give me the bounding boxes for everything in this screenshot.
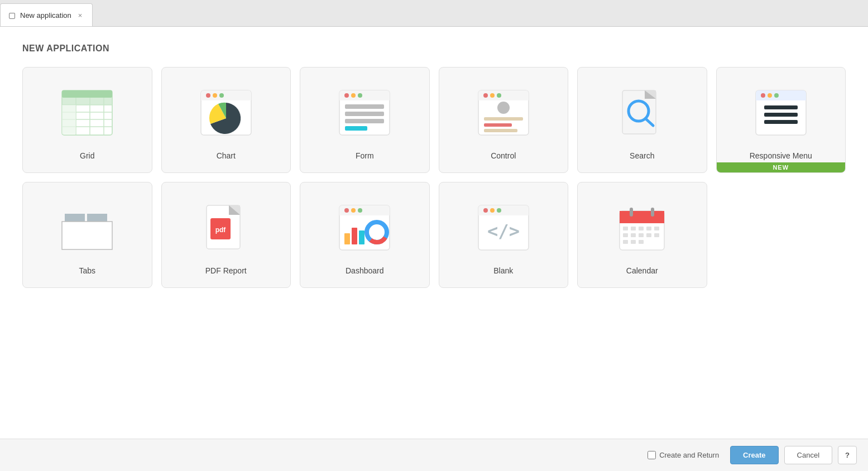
control-icon — [470, 82, 537, 143]
svg-point-80 — [483, 208, 488, 213]
document-icon: ▢ — [8, 11, 16, 20]
svg-rect-86 — [620, 218, 664, 223]
svg-point-28 — [351, 93, 356, 98]
svg-rect-10 — [76, 98, 90, 105]
svg-point-81 — [490, 208, 495, 213]
svg-point-39 — [497, 93, 501, 98]
svg-rect-89 — [623, 227, 628, 230]
svg-point-27 — [344, 93, 349, 98]
responsive-menu-icon — [747, 82, 814, 143]
svg-rect-74 — [359, 230, 365, 244]
svg-rect-32 — [345, 119, 384, 123]
svg-point-82 — [497, 208, 501, 213]
svg-rect-99 — [623, 240, 628, 244]
svg-point-38 — [490, 93, 495, 98]
svg-point-20 — [206, 93, 210, 98]
dashboard-icon — [331, 197, 398, 258]
svg-rect-87 — [630, 208, 633, 217]
app-type-tabs-label: Tabs — [79, 266, 95, 275]
main-content: NEW APPLICATION — [0, 27, 868, 439]
form-icon — [331, 82, 398, 143]
svg-rect-41 — [484, 117, 523, 121]
tabs-icon — [54, 197, 121, 258]
app-type-responsive-menu[interactable]: Responsive Menu NEW — [716, 67, 846, 173]
app-type-grid[interactable]: Grid — [22, 67, 152, 173]
search-icon — [608, 82, 675, 143]
svg-rect-59 — [87, 214, 107, 222]
svg-rect-56 — [764, 113, 798, 117]
app-type-grid-label: Grid — [80, 151, 94, 160]
svg-point-52 — [761, 93, 765, 98]
app-type-form-label: Form — [356, 151, 374, 160]
app-type-search[interactable]: Search — [577, 67, 707, 173]
svg-point-54 — [774, 93, 779, 98]
help-button[interactable]: ? — [838, 446, 857, 464]
cancel-button[interactable]: Cancel — [784, 446, 832, 464]
svg-rect-92 — [646, 227, 651, 230]
svg-text:pdf: pdf — [215, 226, 226, 234]
svg-rect-100 — [631, 240, 636, 244]
app-grid-row2: Tabs pdf PDF Report — [22, 182, 846, 288]
svg-rect-93 — [654, 227, 659, 230]
svg-point-21 — [213, 93, 217, 98]
svg-rect-72 — [344, 233, 350, 244]
svg-point-22 — [219, 93, 224, 98]
svg-rect-16 — [62, 127, 76, 134]
svg-rect-1 — [62, 90, 112, 98]
app-type-control[interactable]: Control — [439, 67, 569, 173]
app-type-dashboard-label: Dashboard — [346, 266, 384, 275]
tab-bar: ▢ New application × — [0, 0, 868, 27]
app-type-calendar-label: Calendar — [626, 266, 658, 275]
svg-point-69 — [344, 208, 349, 213]
svg-point-29 — [358, 93, 362, 98]
svg-rect-11 — [90, 98, 104, 105]
app-type-pdf-report[interactable]: pdf PDF Report — [161, 182, 291, 288]
svg-rect-101 — [639, 240, 644, 244]
app-type-tabs[interactable]: Tabs — [22, 182, 152, 288]
app-type-blank[interactable]: </> Blank — [439, 182, 569, 288]
app-type-calendar[interactable]: Calendar — [577, 182, 707, 288]
svg-rect-9 — [62, 98, 76, 105]
svg-rect-42 — [484, 123, 512, 127]
svg-rect-90 — [631, 227, 636, 230]
svg-rect-14 — [62, 112, 76, 119]
app-type-pdf-report-label: PDF Report — [205, 266, 247, 275]
app-type-dashboard[interactable]: Dashboard — [300, 182, 430, 288]
svg-point-70 — [351, 208, 356, 213]
svg-rect-30 — [345, 104, 384, 109]
app-type-form[interactable]: Form — [300, 67, 430, 173]
svg-rect-12 — [104, 98, 112, 105]
app-type-chart[interactable]: Chart — [161, 67, 291, 173]
svg-rect-95 — [631, 233, 636, 237]
create-and-return-checkbox-label[interactable]: Create and Return — [648, 451, 719, 459]
svg-text:</>: </> — [487, 220, 520, 242]
new-badge: NEW — [717, 162, 846, 172]
svg-rect-97 — [646, 233, 651, 237]
svg-rect-55 — [764, 105, 798, 109]
svg-rect-94 — [623, 233, 628, 237]
svg-rect-73 — [352, 228, 357, 244]
app-type-chart-label: Chart — [217, 151, 236, 160]
chart-icon — [193, 82, 260, 143]
create-button[interactable]: Create — [730, 446, 778, 464]
app-type-blank-label: Blank — [493, 266, 513, 275]
blank-icon: </> — [470, 197, 537, 258]
svg-point-71 — [358, 208, 362, 213]
svg-rect-15 — [62, 119, 76, 127]
svg-point-40 — [497, 102, 510, 114]
new-application-tab[interactable]: ▢ New application × — [0, 3, 93, 26]
bottom-bar: Create and Return Create Cancel ? — [0, 439, 868, 471]
create-and-return-checkbox[interactable] — [648, 451, 656, 459]
svg-point-37 — [483, 93, 488, 98]
page-title: NEW APPLICATION — [22, 44, 846, 54]
svg-rect-96 — [639, 233, 644, 237]
tab-label: New application — [20, 11, 71, 20]
app-type-search-label: Search — [630, 151, 654, 160]
svg-rect-33 — [345, 126, 367, 131]
svg-rect-57 — [764, 120, 798, 124]
svg-rect-13 — [62, 105, 76, 112]
svg-rect-60 — [62, 222, 112, 249]
svg-rect-31 — [345, 112, 384, 116]
create-and-return-label: Create and Return — [659, 451, 719, 459]
tab-close-button[interactable]: × — [76, 10, 85, 21]
